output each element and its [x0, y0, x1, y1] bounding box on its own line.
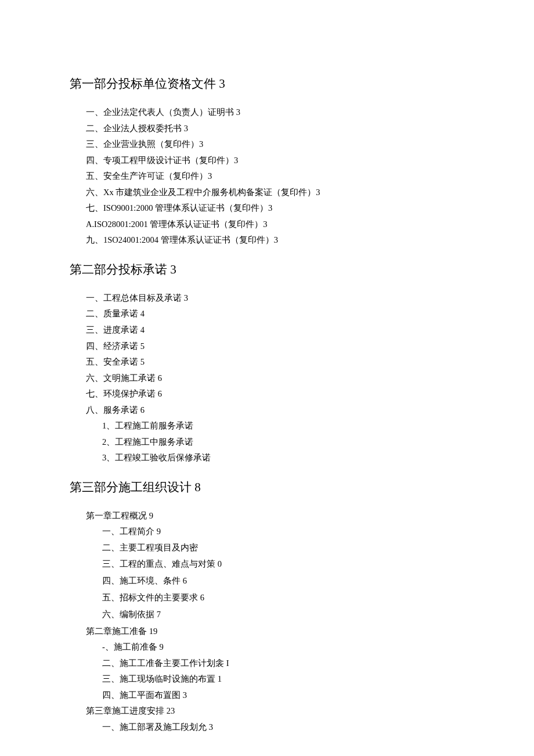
toc-item: 九、1SO24001:2004 管理体系认证证书（复印件）3 [86, 232, 464, 249]
toc-subitem: 五、招标文件的主要要求 6 [102, 590, 464, 606]
toc-subitem: 四、施工平面布置图 3 [102, 687, 464, 704]
level2-list: 1、工程施工前服务承诺2、工程施工中服务承诺3、工程竣工验收后保修承诺 [102, 418, 464, 466]
toc-subitem: 3、工程竣工验收后保修承诺 [102, 450, 464, 466]
toc-subitem: 1、工程施工前服务承诺 [102, 418, 464, 434]
toc-subitem: 四、施工环境、条件 6 [102, 572, 464, 589]
toc-item: 一、企业法定代表人（负责人）证明书 3 [86, 105, 464, 121]
toc-subitem: 六、编制依据 7 [102, 606, 464, 623]
toc-subitem: 2、工程施工中服务承诺 [102, 434, 464, 451]
level1-list: 一、企业法定代表人（负责人）证明书 3二、企业法人授权委托书 3三、企业营业执照… [86, 105, 464, 249]
toc-item: 三、进度承诺 4 [86, 322, 464, 339]
toc-item: 七、ISO9001:2000 管理体系认证证书（复印件）3 [86, 200, 464, 217]
toc-item: 第二章施工准备 19 [86, 624, 464, 640]
toc-subitem: 二、施工工准备主要工作计划衾 I [102, 656, 464, 672]
section-title: 第一部分投标单位资格文件 3 [70, 75, 464, 92]
section-title: 第三部分施工组织设计 8 [70, 479, 464, 495]
toc-subitem: 一、工程简介 9 [102, 524, 464, 540]
toc-item: 八、服务承诺 6 [86, 402, 464, 419]
level2-list: 一、施工部署及施工段划允 3 [102, 719, 464, 736]
toc-item: 四、专项工程甲级设计证书（复印件）3 [86, 153, 464, 169]
toc-item: 三、企业营业执照（复印件）3 [86, 136, 464, 153]
toc-item: 五、安全承诺 5 [86, 354, 464, 370]
toc-item: 六、Xx 市建筑业企业及工程中介服务机构备案证（复印件）3 [86, 185, 464, 201]
toc-subitem: 三、施工现场临时设施的布置 1 [102, 671, 464, 687]
section-title: 第二部分投标承诺 3 [70, 261, 464, 278]
toc-item: 六、文明施工承诺 6 [86, 370, 464, 387]
level1-list: 一、工程总体目标及承诺 3二、质量承诺 4三、进度承诺 4四、经济承诺 5五、安… [86, 290, 464, 466]
toc-item: 二、企业法人授权委托书 3 [86, 121, 464, 137]
toc-item: 五、安全生产许可证（复印件）3 [86, 168, 464, 185]
toc-item: 七、环境保护承诺 6 [86, 386, 464, 402]
toc-item: 二、质量承诺 4 [86, 306, 464, 322]
level2-list: 一、工程简介 9二、主要工程项目及内密三、工程的重点、难点与对策 0四、施工环境… [102, 524, 464, 623]
level2-list: -、施工前准备 9二、施工工准备主要工作计划衾 I三、施工现场临时设施的布置 1… [102, 639, 464, 703]
toc-item: 一、工程总体目标及承诺 3 [86, 290, 464, 307]
toc-subitem: 一、施工部署及施工段划允 3 [102, 719, 464, 736]
toc-item: A.ISO28001:2001 管理体系认证证书（复印件）3 [86, 217, 464, 233]
toc-item: 第一章工程概况 9 [86, 508, 464, 524]
toc-subitem: 三、工程的重点、难点与对策 0 [102, 556, 464, 573]
toc-item: 第三章施工进度安排 23 [86, 703, 464, 719]
toc-item: 四、经济承诺 5 [86, 339, 464, 355]
toc-subitem: 二、主要工程项目及内密 [102, 540, 464, 556]
level1-list: 第一章工程概况 9一、工程简介 9二、主要工程项目及内密三、工程的重点、难点与对… [86, 508, 464, 735]
toc-subitem: -、施工前准备 9 [102, 639, 464, 656]
